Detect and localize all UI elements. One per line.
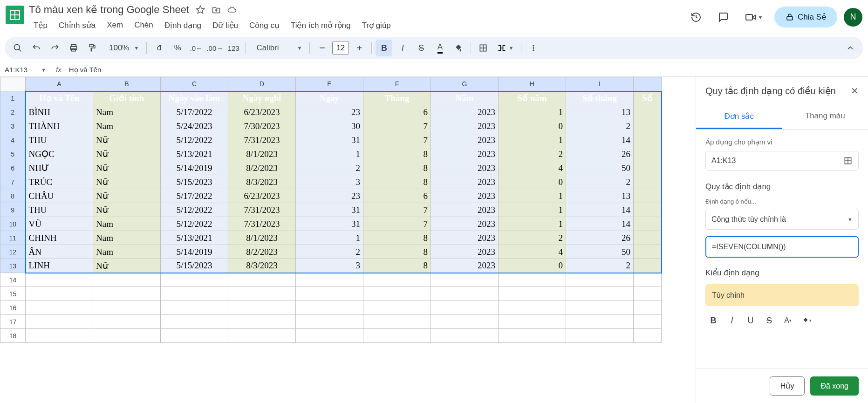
data-cell[interactable]: 31	[296, 217, 363, 231]
data-cell[interactable]	[634, 119, 662, 133]
data-cell[interactable]: 5/24/2023	[161, 119, 228, 133]
search-icon[interactable]	[9, 40, 26, 56]
empty-cell[interactable]	[93, 301, 161, 315]
menu-tiện ích mở rộng[interactable]: Tiện ích mở rộng	[286, 18, 355, 33]
col-header[interactable]: G	[431, 77, 499, 91]
borders-icon[interactable]	[475, 40, 492, 56]
header-cell[interactable]: Năm	[431, 91, 499, 105]
paint-format-icon[interactable]	[84, 40, 101, 56]
empty-cell[interactable]	[431, 329, 499, 343]
data-cell[interactable]: THÀNH	[26, 119, 93, 133]
data-cell[interactable]: VŨ	[26, 217, 93, 231]
col-header[interactable]: I	[566, 77, 634, 91]
empty-cell[interactable]	[93, 273, 161, 287]
empty-cell[interactable]	[228, 301, 296, 315]
data-cell[interactable]: 8/3/2023	[228, 175, 296, 189]
data-cell[interactable]: 5/12/2022	[161, 133, 228, 147]
menu-chèn[interactable]: Chèn	[130, 18, 158, 33]
data-cell[interactable]: 8	[363, 161, 431, 175]
data-cell[interactable]: Nam	[93, 231, 161, 245]
data-cell[interactable]: 2023	[431, 161, 499, 175]
data-cell[interactable]: 7/31/2023	[228, 203, 296, 217]
data-cell[interactable]: 2023	[431, 245, 499, 259]
empty-cell[interactable]	[26, 315, 93, 329]
formula-bar[interactable]: Họ và Tên	[66, 66, 868, 74]
empty-cell[interactable]	[499, 301, 566, 315]
tab-single-color[interactable]: Đơn sắc	[696, 105, 782, 129]
empty-cell[interactable]	[634, 301, 662, 315]
empty-cell[interactable]	[566, 273, 634, 287]
empty-cell[interactable]	[93, 329, 161, 343]
data-cell[interactable]: Nữ	[93, 147, 161, 161]
col-header[interactable]: H	[499, 77, 566, 91]
empty-cell[interactable]	[566, 315, 634, 329]
data-cell[interactable]: 6	[363, 189, 431, 203]
empty-cell[interactable]	[499, 329, 566, 343]
data-cell[interactable]: Nữ	[93, 175, 161, 189]
data-cell[interactable]: 7	[363, 203, 431, 217]
empty-cell[interactable]	[566, 301, 634, 315]
data-cell[interactable]	[634, 133, 662, 147]
empty-cell[interactable]	[161, 301, 228, 315]
cancel-button[interactable]: Hủy	[770, 376, 805, 396]
col-header[interactable]: E	[296, 77, 363, 91]
row-header[interactable]: 6	[0, 161, 26, 175]
data-cell[interactable]: 2023	[431, 147, 499, 161]
move-icon[interactable]	[212, 5, 221, 14]
menu-xem[interactable]: Xem	[102, 18, 128, 33]
data-cell[interactable]: 7/30/2023	[228, 119, 296, 133]
data-cell[interactable]: 7	[363, 133, 431, 147]
data-cell[interactable]: 6/23/2023	[228, 105, 296, 119]
data-cell[interactable]: THU	[26, 133, 93, 147]
empty-cell[interactable]	[26, 287, 93, 301]
data-cell[interactable]: 13	[566, 189, 634, 203]
data-cell[interactable]: 2023	[431, 119, 499, 133]
data-cell[interactable]: 50	[566, 245, 634, 259]
empty-cell[interactable]	[363, 315, 431, 329]
data-cell[interactable]: Nữ	[93, 259, 161, 273]
font-size-input[interactable]	[332, 41, 349, 55]
data-cell[interactable]: Nữ	[93, 203, 161, 217]
share-button[interactable]: Chia Sẻ	[774, 7, 837, 27]
data-cell[interactable]: 0	[499, 259, 566, 273]
col-header[interactable]: C	[161, 77, 228, 91]
data-cell[interactable]: 8/1/2023	[228, 231, 296, 245]
header-cell[interactable]: Ngày vào làm	[161, 91, 228, 105]
data-cell[interactable]: 0	[499, 119, 566, 133]
data-cell[interactable]	[634, 161, 662, 175]
row-header[interactable]: 4	[0, 133, 26, 147]
data-cell[interactable]: Nữ	[93, 133, 161, 147]
row-header[interactable]: 13	[0, 259, 26, 273]
data-cell[interactable]: Nữ	[93, 189, 161, 203]
formula-input[interactable]	[705, 236, 859, 258]
condition-select[interactable]: Công thức tùy chỉnh là▼	[705, 209, 859, 230]
data-cell[interactable]: Nữ	[93, 161, 161, 175]
empty-cell[interactable]	[296, 301, 363, 315]
data-cell[interactable]: Nam	[93, 105, 161, 119]
print-icon[interactable]	[65, 40, 82, 56]
header-cell[interactable]: Số	[634, 91, 662, 105]
data-cell[interactable]: NGỌC	[26, 147, 93, 161]
data-cell[interactable]: 0	[499, 175, 566, 189]
row-header[interactable]: 16	[0, 301, 26, 315]
data-cell[interactable]: 1	[499, 189, 566, 203]
increase-font-icon[interactable]: +	[351, 40, 368, 56]
col-header[interactable]: A	[26, 77, 93, 91]
data-cell[interactable]: THU	[26, 203, 93, 217]
data-cell[interactable]: 6/23/2023	[228, 189, 296, 203]
header-cell[interactable]: Số tháng	[566, 91, 634, 105]
data-cell[interactable]	[634, 147, 662, 161]
data-cell[interactable]: BÌNH	[26, 105, 93, 119]
row-header[interactable]: 8	[0, 189, 26, 203]
empty-cell[interactable]	[296, 329, 363, 343]
avatar[interactable]: N	[844, 8, 862, 27]
data-cell[interactable]: 2023	[431, 259, 499, 273]
data-cell[interactable]: 3	[296, 259, 363, 273]
style-text-color-icon[interactable]: A▾	[782, 314, 794, 327]
header-cell[interactable]: Ngày	[296, 91, 363, 105]
style-fill-color-icon[interactable]: ▾	[800, 314, 813, 327]
row-header[interactable]: 12	[0, 245, 26, 259]
data-cell[interactable]: 2023	[431, 217, 499, 231]
name-box[interactable]: A1:K13▼	[0, 63, 51, 76]
row-header[interactable]: 2	[0, 105, 26, 119]
